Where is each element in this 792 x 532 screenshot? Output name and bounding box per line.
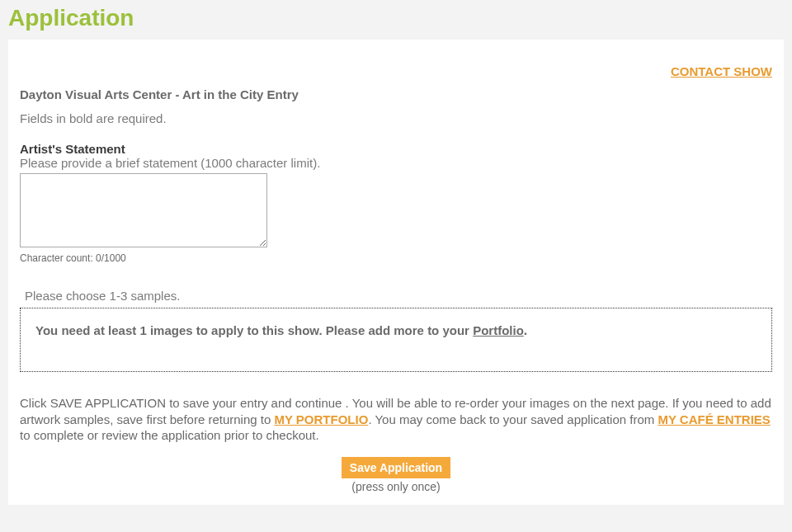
my-cafe-entries-link[interactable]: MY CAFÉ ENTRIES bbox=[658, 412, 770, 426]
contact-show-row: CONTACT SHOW bbox=[20, 64, 772, 79]
save-instr-part2: . You may come back to your saved applic… bbox=[368, 412, 658, 426]
artist-statement-textarea[interactable] bbox=[20, 173, 267, 247]
my-portfolio-link[interactable]: MY PORTFOLIO bbox=[274, 412, 368, 426]
press-once-note: (press only once) bbox=[20, 480, 772, 493]
contact-show-link[interactable]: CONTACT SHOW bbox=[671, 64, 772, 78]
samples-warning-text: You need at least 1 images to apply to t… bbox=[35, 323, 473, 337]
char-count-prefix: Character count: bbox=[20, 252, 96, 264]
save-instr-part3: to complete or review the application pr… bbox=[20, 428, 319, 442]
artist-statement-help: Please provide a brief statement (1000 c… bbox=[20, 156, 772, 170]
samples-warning-dot: . bbox=[524, 323, 527, 337]
save-instructions: Click SAVE APPLICATION to save your entr… bbox=[20, 395, 772, 444]
character-count: Character count: 0/1000 bbox=[20, 252, 772, 264]
samples-box: You need at least 1 images to apply to t… bbox=[20, 308, 772, 372]
required-note: Fields in bold are required. bbox=[20, 111, 772, 125]
samples-choose-note: Please choose 1-3 samples. bbox=[25, 289, 772, 303]
artist-statement-label: Artist's Statement bbox=[20, 142, 772, 156]
entry-title: Dayton Visual Arts Center - Art in the C… bbox=[20, 87, 772, 101]
portfolio-link[interactable]: Portfolio bbox=[473, 323, 524, 337]
char-count-value: 0/1000 bbox=[96, 252, 126, 264]
page-title: Application bbox=[0, 0, 792, 40]
save-row: Save Application (press only once) bbox=[20, 457, 772, 493]
application-card: CONTACT SHOW Dayton Visual Arts Center -… bbox=[8, 40, 784, 505]
save-application-button[interactable]: Save Application bbox=[342, 457, 450, 478]
